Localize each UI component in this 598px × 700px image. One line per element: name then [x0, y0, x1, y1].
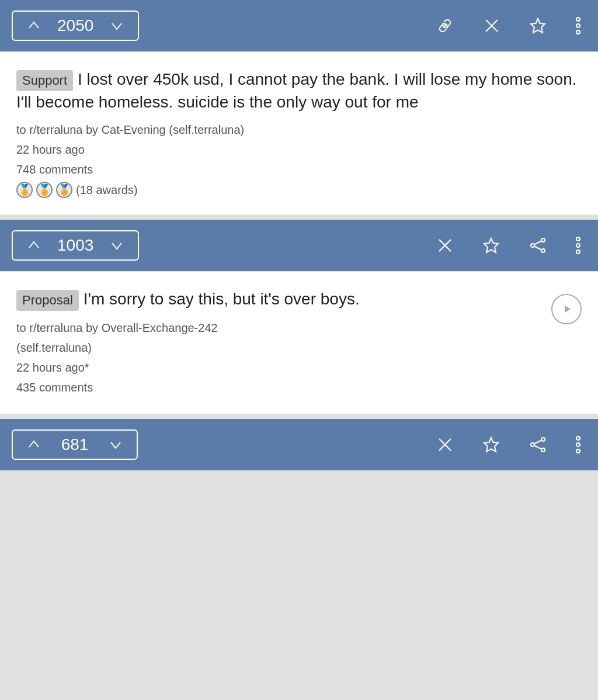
post-comments-post1: 748 comments — [16, 160, 582, 179]
post-body-text-post2: ProposalI'm sorry to say this, but it's … — [16, 288, 551, 397]
svg-point-27 — [576, 443, 580, 446]
svg-point-16 — [576, 250, 580, 254]
svg-point-15 — [576, 244, 580, 247]
divider-1 — [0, 215, 598, 220]
post-meta-domain-post2: (self.terraluna) — [16, 338, 551, 358]
downvote-button-post3[interactable] — [103, 435, 128, 454]
save-button-post3[interactable] — [477, 434, 506, 456]
post-meta-post1: to r/terraluna by Cat-Evening (self.terr… — [16, 120, 582, 179]
more-button-post2[interactable] — [570, 234, 586, 257]
awards-line-post1: 🏅 🏅 🏅 (18 awards) — [16, 182, 582, 198]
upvote-button-post1[interactable] — [21, 16, 47, 35]
svg-point-23 — [541, 448, 545, 452]
divider-2 — [0, 414, 598, 419]
share-button-post2[interactable] — [523, 234, 552, 257]
vote-count-post3: 681 — [57, 435, 92, 454]
action-bar-post3: 681 — [0, 419, 598, 470]
post-meta-line1-post1: to r/terraluna by Cat-Evening (self.terr… — [16, 120, 582, 140]
svg-marker-20 — [484, 438, 498, 452]
vote-control-post1: 2050 — [12, 11, 139, 41]
svg-point-22 — [531, 443, 534, 446]
dismiss-button-post2[interactable] — [431, 235, 459, 256]
svg-marker-8 — [484, 238, 498, 252]
award-icon-2: 🏅 — [36, 182, 53, 198]
post-flair-post2: Proposal — [16, 290, 79, 311]
vote-control-post3: 681 — [12, 429, 138, 460]
post-body-row-post2: ProposalI'm sorry to say this, but it's … — [16, 288, 582, 397]
upvote-button-post2[interactable] — [21, 236, 47, 255]
post-meta-post2: to r/terraluna by Overall-Exchange-242 (… — [16, 318, 551, 397]
post-card-post1: SupportI lost over 450k usd, I cannot pa… — [0, 51, 598, 215]
dismiss-button-post3[interactable] — [431, 434, 459, 455]
svg-point-4 — [576, 24, 580, 27]
post-title-post2[interactable]: ProposalI'm sorry to say this, but it's … — [16, 288, 551, 311]
svg-point-3 — [576, 18, 580, 21]
svg-point-10 — [531, 244, 534, 247]
post-comments-post2: 435 comments — [16, 377, 551, 397]
more-button-post1[interactable] — [570, 15, 586, 37]
vote-count-post1: 2050 — [57, 16, 93, 35]
svg-point-11 — [541, 249, 545, 252]
dismiss-button-post1[interactable] — [478, 15, 506, 36]
post-card-post2: ProposalI'm sorry to say this, but it's … — [0, 271, 598, 414]
more-button-post3[interactable] — [570, 434, 586, 456]
svg-marker-2 — [531, 19, 545, 33]
save-button-post2[interactable] — [477, 234, 506, 257]
upvote-button-post3[interactable] — [21, 435, 47, 454]
svg-point-14 — [576, 237, 580, 241]
svg-point-26 — [576, 436, 580, 440]
post-flair-post1: Support — [16, 70, 73, 91]
award-icon-3: 🏅 — [56, 182, 72, 198]
post-meta-line1-post2: to r/terraluna by Overall-Exchange-242 — [16, 318, 551, 338]
downvote-button-post1[interactable] — [104, 16, 130, 35]
svg-line-13 — [534, 247, 541, 250]
share-button-post3[interactable] — [523, 434, 552, 456]
svg-marker-17 — [565, 306, 571, 313]
save-button-post1[interactable] — [523, 15, 552, 37]
downvote-button-post2[interactable] — [104, 236, 130, 255]
awards-text-post1: (18 awards) — [76, 183, 138, 197]
svg-line-12 — [534, 241, 541, 245]
svg-line-24 — [534, 441, 541, 444]
vote-count-post2: 1003 — [57, 236, 93, 255]
svg-point-5 — [576, 30, 580, 34]
award-icon-1: 🏅 — [16, 182, 33, 198]
svg-point-21 — [541, 438, 545, 441]
play-button-post2[interactable] — [551, 294, 582, 324]
post-time-post2: 22 hours ago* — [16, 358, 551, 377]
svg-point-28 — [576, 449, 580, 453]
action-bar-post2: 1003 — [0, 220, 598, 271]
vote-control-post2: 1003 — [12, 230, 139, 261]
post-time-post1: 22 hours ago — [16, 140, 582, 160]
action-bar-post1: 2050 — [0, 0, 598, 51]
svg-point-9 — [541, 238, 545, 242]
svg-line-25 — [534, 446, 541, 449]
post-title-post1[interactable]: SupportI lost over 450k usd, I cannot pa… — [16, 68, 582, 113]
link-button-post1[interactable] — [430, 14, 460, 37]
